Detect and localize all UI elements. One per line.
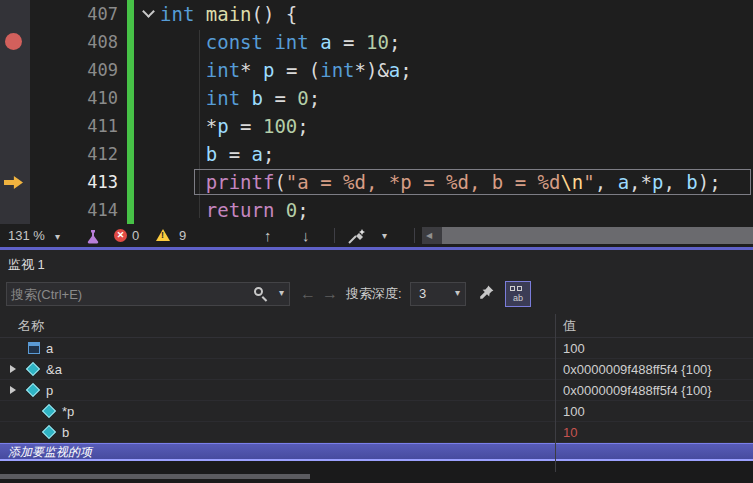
watch-grid-header: 名称 值 <box>0 314 753 338</box>
column-header-name[interactable]: 名称 <box>18 314 44 338</box>
code-token: int <box>206 59 240 81</box>
zoom-level: 131 % <box>8 228 45 243</box>
vs-debugger-screen: 407int main() {408 const int a = 10;409 … <box>0 0 753 483</box>
breakpoint-icon[interactable] <box>5 33 22 50</box>
watch-name[interactable]: a <box>46 338 53 359</box>
watch-value[interactable]: 10 <box>563 422 577 443</box>
code-line-412[interactable]: 412 b = a; <box>0 140 753 168</box>
watch-add-row[interactable]: 添加要监视的项 <box>0 443 753 461</box>
show-raw-text-toggle[interactable]: ab <box>505 281 531 307</box>
chevron-down-icon[interactable]: ▾ <box>382 224 387 247</box>
watch-search-box[interactable]: ▾ <box>6 282 290 306</box>
ab-icon <box>517 286 522 291</box>
line-number: 412 <box>44 140 118 168</box>
search-input[interactable] <box>11 284 241 304</box>
code-text[interactable]: return 0; <box>160 196 309 224</box>
watch-name[interactable]: &a <box>46 359 62 380</box>
error-count[interactable]: 0 <box>132 224 139 247</box>
code-token: int <box>274 31 308 53</box>
watch-name[interactable]: b <box>62 422 69 443</box>
fold-chevron-icon[interactable] <box>142 5 155 18</box>
code-token <box>160 199 206 221</box>
code-token: = <box>332 31 366 53</box>
code-token: ; <box>297 199 308 221</box>
chevron-down-icon: ▾ <box>455 287 460 298</box>
code-token: , <box>595 171 618 193</box>
pointer-variable-icon <box>26 383 40 397</box>
pin-values-icon[interactable] <box>479 284 497 302</box>
watch-value[interactable]: 0x0000009f488ff5f4 {100} <box>563 359 712 380</box>
line-number: 414 <box>44 196 118 224</box>
code-token: ; <box>389 31 400 53</box>
watch-value[interactable]: 100 <box>563 338 585 359</box>
code-text[interactable]: *p = 100; <box>160 112 309 140</box>
scrollbar-thumb[interactable] <box>442 227 753 244</box>
code-token: printf <box>206 171 275 193</box>
code-token: ,* <box>629 171 652 193</box>
watch-row[interactable]: b10 <box>0 422 753 443</box>
code-token: () { <box>252 3 298 25</box>
watch-row[interactable]: &a0x0000009f488ff5f4 {100} <box>0 359 753 380</box>
code-token: const <box>206 31 263 53</box>
watch-value[interactable]: 0x0000009f488ff5f4 {100} <box>563 380 712 401</box>
zoom-level-dropdown[interactable]: 131 %▾ <box>8 224 60 248</box>
code-line-408[interactable]: 408 const int a = 10; <box>0 28 753 56</box>
watch-row[interactable]: *p100 <box>0 401 753 422</box>
code-token: return <box>206 199 275 221</box>
separator <box>414 228 415 243</box>
watch-scrollbar-thumb[interactable] <box>0 474 310 479</box>
ab-icon: ab <box>513 293 523 304</box>
code-token: = ( <box>274 59 320 81</box>
code-line-407[interactable]: 407int main() { <box>0 0 753 28</box>
code-text[interactable]: b = a; <box>160 140 274 168</box>
watch-value[interactable]: 100 <box>563 401 585 422</box>
code-line-414[interactable]: 414 return 0; <box>0 196 753 224</box>
search-depth-dropdown[interactable]: 3 ▾ <box>410 282 466 306</box>
code-editor[interactable]: 407int main() {408 const int a = 10;409 … <box>0 0 753 224</box>
code-token: *)& <box>355 59 389 81</box>
line-number: 410 <box>44 84 118 112</box>
expand-icon[interactable] <box>10 365 16 373</box>
code-line-413[interactable]: 413 printf("a = %d, *p = %d, b = %d\n", … <box>0 168 753 196</box>
code-token <box>274 199 285 221</box>
errors-icon[interactable]: ✕ <box>114 229 127 242</box>
search-forward-icon[interactable]: → <box>322 282 338 306</box>
code-token: , <box>663 171 686 193</box>
code-text[interactable]: printf("a = %d, *p = %d, b = %d\n", a,*p… <box>160 168 721 196</box>
watch-row[interactable]: p0x0000009f488ff5f4 {100} <box>0 380 753 401</box>
chevron-down-icon[interactable]: ▾ <box>279 287 284 298</box>
code-token: b <box>252 87 263 109</box>
search-icon[interactable] <box>254 287 263 296</box>
code-text[interactable]: int main() { <box>160 0 297 28</box>
current-line-arrow-icon[interactable] <box>4 176 23 189</box>
separator <box>334 228 335 243</box>
code-token: ); <box>698 171 721 193</box>
code-token: int <box>206 87 240 109</box>
expand-icon[interactable] <box>10 386 16 394</box>
next-issue-icon[interactable]: ↓ <box>302 224 310 247</box>
code-token <box>263 31 274 53</box>
watch-name[interactable]: *p <box>62 401 74 422</box>
code-token: int <box>320 59 354 81</box>
warnings-icon[interactable] <box>156 229 170 241</box>
code-token: 100 <box>263 115 297 137</box>
code-line-409[interactable]: 409 int* p = (int*)&a; <box>0 56 753 84</box>
watch-row[interactable]: a100 <box>0 338 753 359</box>
code-token <box>160 87 206 109</box>
line-number: 409 <box>44 56 118 84</box>
search-back-icon[interactable]: ← <box>300 282 316 306</box>
prev-issue-icon[interactable]: ↑ <box>264 224 272 247</box>
code-text[interactable]: int b = 0; <box>160 84 320 112</box>
editor-horizontal-scrollbar[interactable]: ◀ <box>422 227 753 244</box>
code-text[interactable]: int* p = (int*)&a; <box>160 56 412 84</box>
code-token: = <box>217 143 251 165</box>
code-line-410[interactable]: 410 int b = 0; <box>0 84 753 112</box>
warning-count[interactable]: 9 <box>179 224 186 247</box>
watch-name[interactable]: p <box>46 380 53 401</box>
variable-icon <box>28 342 40 354</box>
column-header-value[interactable]: 值 <box>563 314 576 338</box>
scroll-left-icon[interactable]: ◀ <box>426 227 432 244</box>
code-text[interactable]: const int a = 10; <box>160 28 400 56</box>
code-line-411[interactable]: 411 *p = 100; <box>0 112 753 140</box>
code-token <box>160 59 206 81</box>
